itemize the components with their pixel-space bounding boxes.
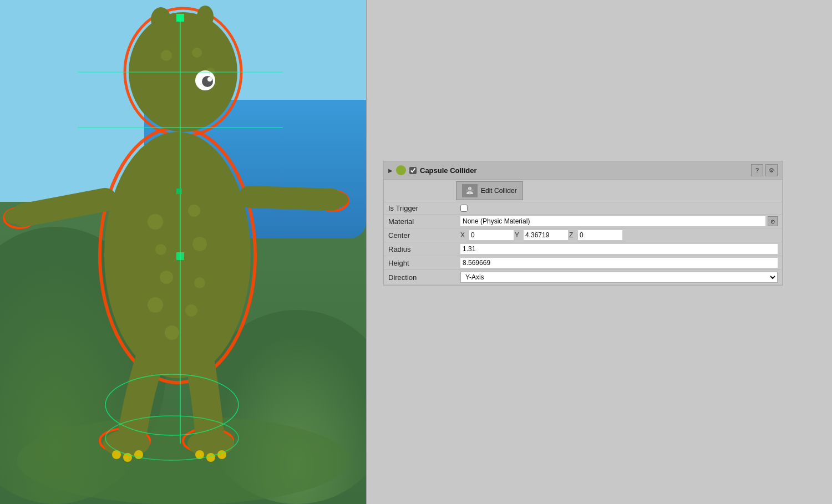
edit-collider-row: Edit Collider [384, 180, 782, 202]
svg-point-11 [192, 237, 207, 251]
center-coord-group: X Y Z [460, 230, 778, 240]
edit-collider-icon [462, 184, 478, 197]
center-row: Center X Y Z [384, 228, 782, 242]
y-label: Y [515, 231, 522, 239]
direction-value: X-Axis Y-Axis Z-Axis [460, 272, 778, 283]
svg-point-19 [192, 48, 202, 58]
svg-point-27 [326, 192, 348, 207]
inspector-panel: ▶ Capsule Collider ? ⚙ [367, 0, 832, 504]
svg-rect-38 [176, 14, 184, 22]
component-icon [396, 165, 406, 175]
svg-point-12 [160, 271, 173, 284]
component-enabled-checkbox[interactable] [409, 167, 417, 174]
creature-svg [0, 0, 366, 504]
center-y-input[interactable] [524, 230, 568, 240]
direction-row: Direction X-Axis Y-Axis Z-Axis [384, 270, 782, 285]
radius-row: Radius [384, 242, 782, 256]
svg-point-28 [103, 430, 150, 457]
material-value: None (Physic Material) ⊙ [460, 216, 778, 226]
direction-label: Direction [388, 273, 460, 282]
material-field: None (Physic Material) [460, 216, 765, 226]
height-row: Height [384, 256, 782, 270]
svg-point-24 [151, 7, 171, 32]
component-title: Capsule Collider [420, 166, 748, 175]
svg-rect-39 [176, 252, 184, 260]
component-header: ▶ Capsule Collider ? ⚙ [384, 161, 782, 180]
is-trigger-value [460, 205, 778, 212]
svg-point-13 [194, 277, 205, 288]
edit-collider-value: Edit Collider [456, 181, 778, 200]
help-icon-button[interactable]: ? [751, 164, 763, 176]
material-text: None (Physic Material) [463, 217, 530, 225]
header-icons: ? ⚙ [751, 164, 778, 176]
material-label: Material [388, 217, 460, 226]
height-label: Height [388, 259, 460, 267]
svg-point-8 [148, 214, 163, 230]
height-input[interactable] [460, 258, 778, 268]
material-picker-button[interactable]: ⊙ [768, 216, 778, 226]
radius-label: Radius [388, 245, 460, 253]
svg-point-32 [187, 430, 234, 457]
center-x-input[interactable] [469, 230, 514, 240]
z-label: Z [569, 231, 577, 239]
scene-viewport[interactable] [0, 0, 366, 504]
svg-point-16 [165, 325, 179, 340]
is-trigger-label: Is Trigger [388, 204, 460, 212]
svg-point-9 [188, 205, 200, 217]
direction-select[interactable]: X-Axis Y-Axis Z-Axis [460, 272, 778, 283]
center-label: Center [388, 231, 460, 240]
material-row: Material None (Physic Material) ⊙ [384, 215, 782, 228]
center-value: X Y Z [460, 230, 778, 240]
is-trigger-checkbox[interactable] [460, 205, 468, 212]
settings-icon-button[interactable]: ⚙ [765, 164, 778, 176]
height-value [460, 258, 778, 268]
edit-collider-label: Edit Collider [481, 187, 517, 195]
svg-point-14 [148, 297, 163, 313]
svg-point-23 [207, 77, 212, 82]
is-trigger-row: Is Trigger [384, 202, 782, 215]
svg-rect-43 [176, 189, 182, 194]
svg-point-26 [4, 208, 27, 224]
svg-point-34 [206, 453, 215, 462]
radius-value [460, 244, 778, 254]
radius-input[interactable] [460, 244, 778, 254]
edit-collider-button[interactable]: Edit Collider [456, 181, 523, 200]
x-label: X [460, 231, 468, 239]
capsule-collider-panel: ▶ Capsule Collider ? ⚙ [383, 161, 783, 286]
svg-point-18 [161, 50, 172, 61]
svg-point-10 [155, 244, 166, 255]
center-z-input[interactable] [578, 230, 622, 240]
svg-point-25 [197, 6, 214, 28]
svg-point-22 [202, 76, 213, 87]
svg-point-15 [185, 304, 197, 317]
collapse-arrow-icon[interactable]: ▶ [388, 167, 393, 174]
